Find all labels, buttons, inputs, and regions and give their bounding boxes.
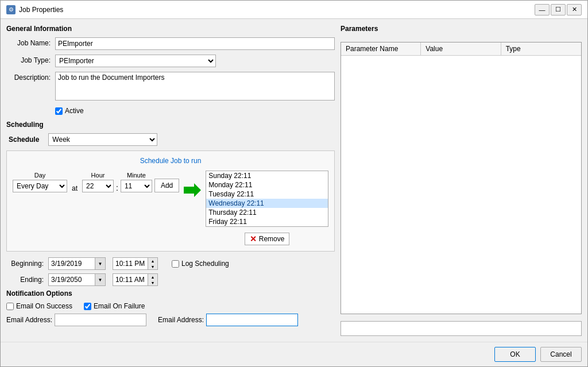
email-success-item: Email On Success: [6, 302, 72, 310]
params-input-row[interactable]: [341, 321, 582, 336]
job-properties-window: ⚙ Job Properties — ☐ ✕ General Informati…: [0, 0, 588, 367]
description-wrap: Job to run the Document Importers: [55, 72, 335, 102]
active-label: Active: [65, 107, 84, 115]
green-arrow-icon: [184, 183, 201, 197]
ending-label: Ending:: [6, 276, 44, 284]
left-panel: General Information Job Name: Job Type: …: [6, 25, 335, 336]
day-select[interactable]: Every Day Sunday Monday Tuesday Wednesda…: [13, 180, 67, 192]
window-title: Job Properties: [19, 6, 63, 14]
param-type-header: Type: [501, 43, 581, 55]
job-name-wrap: [55, 37, 335, 50]
email-success-label: Email On Success: [16, 302, 72, 310]
notification-checkboxes-row: Email On Success Email On Failure: [6, 302, 335, 310]
beginning-date-field[interactable]: [49, 258, 95, 269]
ending-row: Ending: ▼ ▲ ▼: [6, 273, 335, 286]
at-label: at: [72, 184, 78, 192]
description-label: Description:: [6, 72, 55, 82]
job-type-label: Job Type:: [6, 55, 55, 64]
schedule-type-select[interactable]: Week Day Month: [48, 133, 157, 146]
day-col: Day Every Day Sunday Monday Tuesday Wedn…: [13, 172, 67, 192]
maximize-button[interactable]: ☐: [551, 4, 566, 16]
parameters-header: Parameter Name Value Type: [341, 43, 581, 56]
list-item[interactable]: Sunday 22:11: [206, 171, 328, 180]
minute-col-label: Minute: [127, 172, 146, 179]
ending-date-field[interactable]: [49, 274, 95, 285]
list-item[interactable]: Thursday 22:11: [206, 208, 328, 217]
minimize-button[interactable]: —: [535, 4, 550, 16]
log-scheduling-checkbox[interactable]: [172, 260, 179, 268]
notification-section-title: Notification Options: [6, 289, 335, 298]
hour-col-label: Hour: [91, 172, 105, 179]
title-bar-left: ⚙ Job Properties: [6, 5, 63, 14]
schedule-controls-area: Day Every Day Sunday Monday Tuesday Wedn…: [13, 171, 328, 245]
active-checkbox[interactable]: [55, 107, 63, 115]
email-address-row: Email Address: Email Address:: [6, 314, 335, 326]
job-type-select[interactable]: PEImporter: [55, 55, 216, 67]
param-value-header: Value: [421, 43, 501, 55]
remove-x-icon: ✕: [250, 234, 257, 244]
job-type-wrap: PEImporter: [55, 55, 335, 67]
beginning-time-up[interactable]: ▲: [148, 258, 157, 264]
ending-time-field[interactable]: [113, 274, 148, 285]
ending-time-up[interactable]: ▲: [148, 274, 157, 280]
list-item[interactable]: Wednesday 22:11: [206, 199, 328, 208]
svg-marker-0: [184, 183, 201, 197]
email-failure-address-group: Email Address:: [158, 314, 298, 326]
minute-col: Minute 11 051015 20253035 40455055: [121, 172, 152, 192]
log-scheduling-label: Log Scheduling: [181, 260, 229, 268]
description-textarea[interactable]: Job to run the Document Importers: [55, 72, 335, 101]
parameters-panel: Parameter Name Value Type: [341, 42, 582, 314]
email-success-address-input[interactable]: [55, 314, 146, 326]
ending-time-down[interactable]: ▼: [148, 280, 157, 285]
cancel-button[interactable]: Cancel: [540, 347, 582, 362]
ending-time-input: ▲ ▼: [113, 273, 158, 286]
list-item[interactable]: Tuesday 22:11: [206, 190, 328, 199]
colon-separator: :: [116, 183, 118, 192]
beginning-time-down[interactable]: ▼: [148, 264, 157, 269]
title-bar: ⚙ Job Properties — ☐ ✕: [1, 1, 587, 19]
notification-section: Notification Options Email On Success Em…: [6, 289, 335, 326]
schedule-list[interactable]: Sunday 22:11 Monday 22:11 Tuesday 22:11 …: [206, 171, 328, 227]
email-success-addr-label: Email Address:: [6, 316, 52, 324]
minute-select[interactable]: 11 051015 20253035 40455055: [121, 180, 152, 192]
beginning-time-field[interactable]: [113, 258, 148, 269]
active-row: Active: [55, 107, 335, 115]
description-row: Description: Job to run the Document Imp…: [6, 72, 335, 102]
schedule-job-label-text: Schedule Job to run: [140, 157, 202, 165]
remove-button[interactable]: ✕ Remove: [245, 233, 290, 245]
schedule-label: Schedule: [9, 136, 39, 144]
schedule-type-row: Schedule Week Day Month: [9, 133, 335, 146]
bottom-buttons: OK Cancel: [1, 342, 587, 366]
job-name-input[interactable]: [55, 37, 335, 50]
ok-button[interactable]: OK: [494, 347, 536, 362]
beginning-date-dropdown[interactable]: ▼: [95, 258, 105, 269]
list-item[interactable]: Friday 22:11: [206, 217, 328, 226]
email-failure-checkbox[interactable]: [84, 303, 91, 310]
hour-select[interactable]: 22 0123 4567 891011 12131415 16171819 20…: [82, 180, 114, 192]
job-name-label: Job Name:: [6, 37, 55, 47]
beginning-label: Beginning:: [6, 260, 44, 268]
window-icon: ⚙: [6, 5, 16, 14]
close-button[interactable]: ✕: [567, 4, 582, 16]
schedule-list-area: Sunday 22:11 Monday 22:11 Tuesday 22:11 …: [206, 171, 328, 245]
email-failure-address-input[interactable]: [206, 314, 298, 326]
day-hour-minute-area: Day Every Day Sunday Monday Tuesday Wedn…: [13, 171, 179, 192]
ending-date-input: ▼: [48, 273, 106, 286]
list-item[interactable]: Monday 22:11: [206, 180, 328, 190]
scheduling-section-title: Scheduling: [6, 121, 335, 129]
schedule-inner-box: Schedule Job to run Day Every Day Sunday…: [6, 150, 335, 252]
scheduling-section: Scheduling Schedule Week Day Month Sched…: [6, 121, 335, 326]
arrow-icon: [184, 183, 201, 199]
param-name-header: Parameter Name: [341, 43, 421, 55]
general-section-title: General Information: [6, 25, 335, 33]
email-failure-addr-label: Email Address:: [158, 316, 204, 324]
parameters-body: [341, 56, 581, 314]
email-failure-label: Email On Failure: [94, 302, 145, 310]
email-success-checkbox[interactable]: [6, 303, 14, 310]
ending-date-dropdown[interactable]: ▼: [95, 274, 105, 285]
parameters-section-title: Parameters: [341, 25, 582, 33]
job-type-row: Job Type: PEImporter: [6, 55, 335, 67]
hour-col: Hour 22 0123 4567 891011 12131415 161718…: [82, 172, 114, 192]
remove-label: Remove: [259, 235, 285, 243]
add-button[interactable]: Add: [154, 179, 179, 192]
